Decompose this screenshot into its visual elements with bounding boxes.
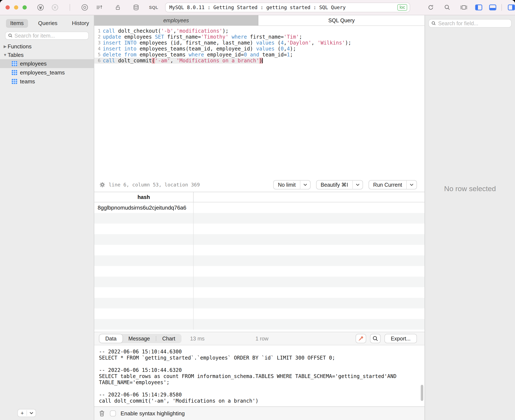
empty-row[interactable] <box>94 277 425 287</box>
toggle-left-panel-icon[interactable] <box>475 4 482 11</box>
search-results-button[interactable] <box>370 334 381 343</box>
sidebar-group-tables[interactable]: ▼ Tables <box>0 51 94 59</box>
code-line[interactable]: 4insert into employees_teams(team_id, em… <box>94 46 425 52</box>
table-label: teams <box>20 78 35 85</box>
add-item-menu-button[interactable] <box>27 412 36 414</box>
editor-status-bar: line 6, column 53, location 369 No limit… <box>94 178 425 192</box>
export-button[interactable]: Export... <box>384 334 417 343</box>
gear-icon[interactable] <box>99 182 105 188</box>
cancel-query-icon[interactable] <box>51 4 59 11</box>
hash-cell[interactable] <box>94 234 194 245</box>
pin-results-button[interactable] <box>356 334 366 343</box>
empty-row[interactable] <box>94 266 425 277</box>
code-line[interactable]: 5delete from employees_teams where emplo… <box>94 52 425 58</box>
tab-sql-query[interactable]: SQL Query <box>258 15 425 25</box>
pin-icon <box>358 335 364 342</box>
hash-cell[interactable] <box>94 298 194 308</box>
item-search-input[interactable]: Search for item... <box>5 32 89 40</box>
connection-title-field[interactable]: MySQL 8.0.11 : Getting Started : getting… <box>165 3 410 12</box>
run-current-button[interactable]: Run Current <box>369 180 417 189</box>
beautify-button[interactable]: Beautify ⌘I <box>316 180 363 189</box>
table-label: employees <box>20 60 47 67</box>
code-line[interactable]: 2update employees SET first_name='Timoth… <box>94 34 425 40</box>
console-watch-icon[interactable] <box>81 4 88 11</box>
group-label: Tables <box>8 52 23 58</box>
hash-cell[interactable] <box>94 213 194 224</box>
sidebar-tab-items[interactable]: Items <box>6 19 28 28</box>
code-line[interactable]: 1call dolt_checkout('-b','modifications'… <box>94 28 425 34</box>
sidebar: Items Queries History Search for item...… <box>0 15 94 420</box>
refresh-icon[interactable] <box>427 4 434 11</box>
hash-cell[interactable] <box>94 266 194 277</box>
line-number: 5 <box>94 52 103 58</box>
toggle-right-panel-icon[interactable] <box>508 4 515 11</box>
tab-employees[interactable]: employees <box>94 15 258 25</box>
syntax-highlighting-checkbox[interactable] <box>110 411 116 416</box>
search-icon[interactable] <box>444 4 451 11</box>
search-icon <box>372 336 378 342</box>
chevron-down-icon[interactable]: ▼ <box>0 53 8 57</box>
code-lines: 1call dolt_checkout('-b','modifications'… <box>94 28 425 64</box>
hash-cell[interactable] <box>94 255 194 266</box>
console-line: -- 2022-06-06 15:14:29.8580 <box>99 392 419 398</box>
tab-data[interactable]: Data <box>99 334 123 343</box>
hash-cell[interactable] <box>94 224 194 234</box>
empty-row[interactable] <box>94 234 425 245</box>
connection-plug-icon[interactable] <box>37 4 44 11</box>
chevron-right-icon[interactable]: ▶ <box>0 44 8 49</box>
sidebar-item-teams[interactable]: teams <box>0 77 94 86</box>
empty-row[interactable] <box>94 319 425 330</box>
hash-cell[interactable] <box>94 287 194 298</box>
clear-console-trash-icon[interactable] <box>99 410 105 417</box>
toolbar-divider <box>70 4 70 11</box>
results-view-segmented-control: Data Message Chart <box>99 334 182 343</box>
code-line[interactable]: 6call dolt_commit('-am', 'Modifications … <box>94 58 425 64</box>
add-item-split-button[interactable]: + <box>17 409 36 417</box>
chevron-down-icon[interactable] <box>353 183 362 186</box>
query-console[interactable]: -- 2022-06-06 15:10:44.6300SELECT * FROM… <box>94 345 425 407</box>
chevron-down-icon[interactable] <box>407 183 416 186</box>
window-panels-icon[interactable] <box>460 4 468 11</box>
close-window-button[interactable] <box>6 5 10 9</box>
hash-cell[interactable] <box>94 319 194 330</box>
code-line[interactable]: 3insert INTO employees (id, first_name, … <box>94 40 425 46</box>
zoom-window-button[interactable] <box>23 5 27 9</box>
results-grid[interactable]: 8gglbpnomudsirns6u2cjeitundq76a6 <box>94 202 425 332</box>
results-toolbar: Data Message Chart 13 ms 1 row <box>94 332 425 345</box>
sql-editor[interactable]: 1call dolt_checkout('-b','modifications'… <box>94 26 425 178</box>
minimize-window-button[interactable] <box>14 5 18 9</box>
empty-row[interactable] <box>94 213 425 224</box>
hash-cell[interactable] <box>94 277 194 287</box>
sidebar-tab-history[interactable]: History <box>68 19 93 28</box>
column-header-hash[interactable]: hash <box>94 192 194 202</box>
empty-row[interactable] <box>94 255 425 266</box>
app-window: SQL MySQL 8.0.11 : Getting Started : get… <box>0 0 515 420</box>
lock-icon[interactable] <box>114 4 122 11</box>
empty-row[interactable] <box>94 245 425 255</box>
console-scrollbar-thumb[interactable] <box>421 385 423 401</box>
empty-row[interactable] <box>94 224 425 234</box>
sidebar-tab-queries[interactable]: Queries <box>34 19 62 28</box>
empty-row[interactable] <box>94 308 425 319</box>
no-limit-button[interactable]: No limit <box>273 180 310 189</box>
empty-row[interactable] <box>94 298 425 308</box>
sidebar-item-employees_teams[interactable]: employees_teams <box>0 68 94 77</box>
toggle-bottom-panel-icon[interactable] <box>489 4 496 11</box>
empty-row[interactable] <box>94 287 425 298</box>
tab-chart[interactable]: Chart <box>156 334 181 343</box>
hash-cell[interactable] <box>94 245 194 255</box>
add-item-button[interactable]: + <box>18 410 27 416</box>
hash-cell[interactable] <box>94 308 194 319</box>
main-pane: employees SQL Query 1call dolt_checkout(… <box>94 15 425 420</box>
tab-message[interactable]: Message <box>123 334 156 343</box>
field-search-input[interactable]: Search for field... <box>428 19 512 28</box>
traffic-lights <box>0 5 27 9</box>
log-export-icon[interactable] <box>96 4 103 11</box>
hash-cell[interactable]: 8gglbpnomudsirns6u2cjeitundq76a6 <box>94 202 194 213</box>
editor-tab-bar: employees SQL Query <box>94 15 425 26</box>
database-icon[interactable] <box>132 4 140 11</box>
result-row[interactable]: 8gglbpnomudsirns6u2cjeitundq76a6 <box>94 202 425 213</box>
sidebar-group-functions[interactable]: ▶ Functions <box>0 42 94 51</box>
chevron-down-icon[interactable] <box>300 183 310 186</box>
sidebar-item-employees[interactable]: employees <box>0 59 94 68</box>
